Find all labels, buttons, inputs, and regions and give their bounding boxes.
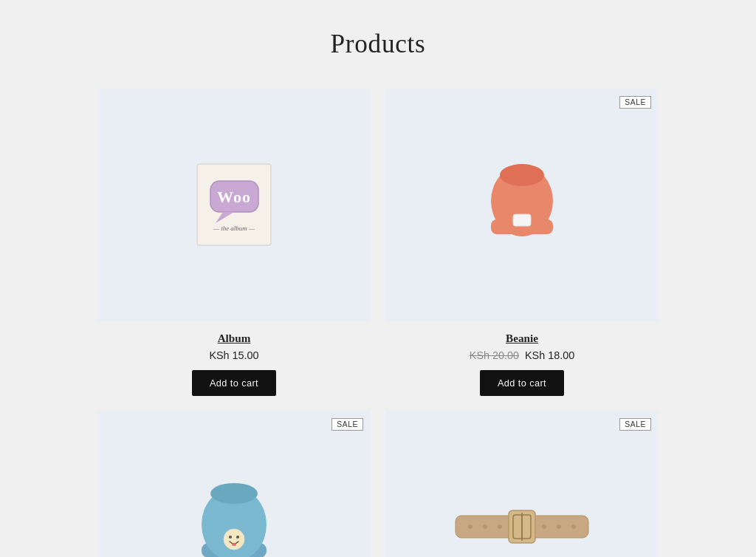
product-price-wrapper: KSh 20.00 KSh 18.00 <box>470 349 574 361</box>
product-price-original: KSh 20.00 <box>470 349 519 361</box>
svg-point-19 <box>498 524 502 529</box>
product-card-belt: SALE Belt KSh 65.00 KSh 55.00 <box>385 411 659 558</box>
product-image[interactable]: SALE <box>385 411 659 558</box>
sale-badge: SALE <box>331 418 363 431</box>
svg-point-22 <box>571 524 576 529</box>
product-card-beanie: SALE Beanie KSh 20.00 KSh 18.00 Add to c… <box>385 89 659 396</box>
svg-point-15 <box>232 543 236 546</box>
product-image[interactable]: SALE <box>97 411 371 558</box>
page-title: Products <box>331 30 426 59</box>
svg-point-13 <box>229 536 232 539</box>
product-image[interactable]: Woo — the album — <box>97 89 371 321</box>
svg-point-14 <box>236 536 239 539</box>
svg-point-11 <box>210 483 258 504</box>
svg-point-20 <box>542 524 546 529</box>
product-card-album: Woo — the album — Album KSh 15.00 Add to… <box>97 89 371 396</box>
svg-point-21 <box>557 524 561 529</box>
product-price: KSh 15.00 <box>209 349 258 361</box>
svg-point-17 <box>468 524 472 529</box>
add-to-cart-button[interactable]: Add to cart <box>480 370 564 396</box>
svg-point-18 <box>483 524 487 529</box>
product-card-beanie-logo: SALE Beanie with Logo KSh 20.00 KS <box>97 411 371 558</box>
product-price-wrapper: KSh 15.00 <box>209 349 258 361</box>
svg-point-12 <box>224 529 244 550</box>
sale-badge: SALE <box>619 96 651 109</box>
product-image[interactable]: SALE <box>385 89 659 321</box>
sale-badge: SALE <box>619 418 651 431</box>
svg-text:Woo: Woo <box>217 188 251 206</box>
product-name[interactable]: Album <box>218 332 251 345</box>
add-to-cart-button[interactable]: Add to cart <box>192 370 276 396</box>
svg-text:— the album —: — the album — <box>213 225 255 232</box>
product-name[interactable]: Beanie <box>506 332 538 345</box>
svg-rect-8 <box>513 214 531 226</box>
products-grid: Woo — the album — Album KSh 15.00 Add to… <box>97 89 659 557</box>
svg-point-7 <box>500 164 544 186</box>
product-price-sale: KSh 18.00 <box>525 349 574 361</box>
